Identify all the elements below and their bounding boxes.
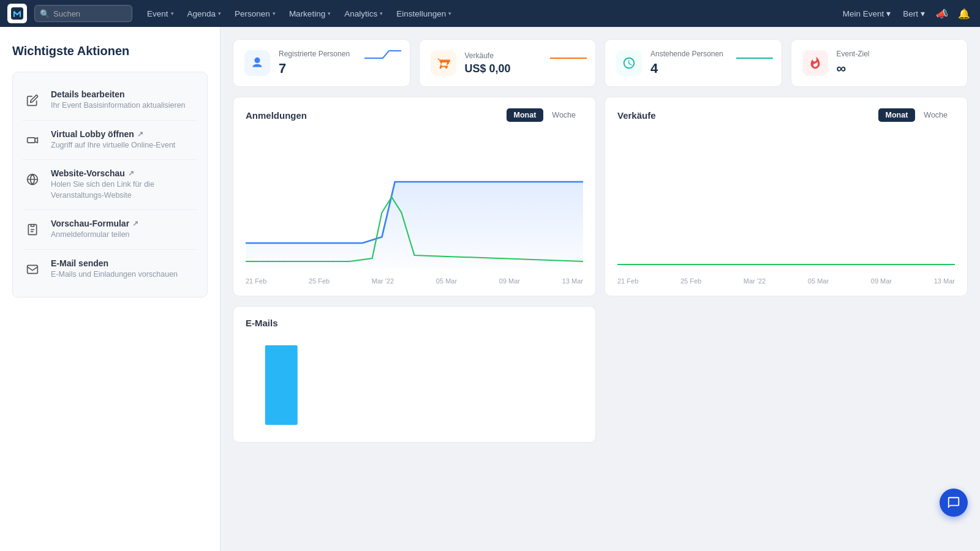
chart-emails: E-Mails [233, 306, 596, 443]
sidebar-item-email-desc: E-Mails und Einladungen vorschauen [51, 269, 197, 280]
nav-event-selector[interactable]: Mein Event ▾ [839, 6, 895, 21]
top-navigation: 🔍 Event ▾ Agenda ▾ Personen ▾ Marketing … [0, 0, 980, 27]
nav-item-einstellungen[interactable]: Einstellungen ▾ [390, 7, 458, 21]
bell-icon[interactable]: 🔔 [956, 5, 973, 22]
chevron-down-icon: ▾ [328, 10, 331, 17]
nav-user-selector[interactable]: Bert ▾ [899, 6, 929, 21]
svg-rect-0 [11, 7, 23, 20]
nav-item-marketing[interactable]: Marketing ▾ [283, 7, 337, 21]
sidebar-title: Wichtigste Aktionen [12, 44, 208, 58]
nav-item-analytics[interactable]: Analytics ▾ [338, 7, 389, 21]
stat-card-registrierte: Registrierte Personen 7 [233, 39, 410, 87]
person-icon [244, 50, 270, 76]
chart-placeholder-right [605, 306, 968, 443]
envelope-icon [23, 260, 42, 279]
external-link-icon: ↗ [128, 169, 134, 178]
chevron-down-icon: ▾ [171, 10, 174, 17]
stat-value-registrierte: 7 [279, 61, 399, 77]
nav-right: Mein Event ▾ Bert ▾ 📣 🔔 [839, 5, 973, 22]
nav-item-event[interactable]: Event ▾ [141, 7, 180, 21]
app-logo[interactable] [7, 4, 27, 23]
sidebar-item-website[interactable]: Website-Vorschau ↗ Holen Sie sich den Li… [23, 160, 197, 210]
chart-anmeldungen-area [246, 127, 583, 274]
sidebar-item-form-title: Vorschau-Formular ↗ [51, 219, 197, 228]
sidebar-item-website-desc: Holen Sie sich den Link für die Veransta… [51, 179, 197, 201]
tab-woche-anmeldungen[interactable]: Woche [545, 108, 583, 122]
tab-woche-verkaeufe[interactable]: Woche [916, 108, 955, 122]
tab-monat-verkaeufe[interactable]: Monat [878, 108, 916, 122]
trend-line-verkaeufe [550, 47, 587, 61]
chart-anmeldungen: Anmeldungen Monat Woche [233, 97, 596, 296]
globe-icon [23, 170, 42, 189]
stat-label-ziel: Event-Ziel [837, 50, 957, 58]
svg-rect-7 [265, 345, 298, 425]
sidebar-item-website-title: Website-Vorschau ↗ [51, 168, 197, 178]
trend-line-anstehende [736, 47, 773, 61]
nav-menu: Event ▾ Agenda ▾ Personen ▾ Marketing ▾ … [141, 7, 837, 21]
chart-row-2: E-Mails [233, 306, 968, 443]
sidebar-item-form-desc: Anmeldeformular teilen [51, 230, 197, 241]
cart-icon [431, 50, 456, 76]
chevron-down-icon: ▾ [273, 10, 276, 17]
chevron-down-icon: ▾ [218, 10, 221, 17]
stat-card-ziel: Event-Ziel ∞ [791, 39, 968, 87]
sidebar-item-lobby-desc: Zugriff auf Ihre virtuelle Online-Event [51, 140, 197, 151]
external-link-icon: ↗ [132, 219, 138, 228]
search-icon: 🔍 [40, 9, 50, 18]
chart-emails-area [246, 333, 583, 431]
fire-icon [802, 50, 828, 76]
stat-card-anstehende: Anstehende Personen 4 [605, 39, 782, 87]
sidebar-item-email-title: E-Mail senden [51, 258, 197, 268]
pencil-icon [23, 91, 42, 110]
chevron-down-icon: ▾ [448, 10, 451, 17]
main-content: Registrierte Personen 7 Verkäufe US$ 0,0… [221, 27, 980, 551]
svg-rect-3 [31, 225, 34, 227]
sidebar-item-details[interactable]: Details bearbeiten Ihr Event Basisinform… [23, 81, 197, 121]
sidebar-actions-card: Details bearbeiten Ihr Event Basisinform… [12, 72, 208, 298]
chart-verkaeufe-tabs: Monat Woche [878, 108, 956, 122]
search-input[interactable] [53, 9, 127, 18]
chart-row-1: Anmeldungen Monat Woche [233, 97, 968, 296]
search-box[interactable]: 🔍 [34, 5, 132, 22]
chart-verkaeufe-xlabels: 21 Feb 25 Feb Mar '22 05 Mar 09 Mar 13 M… [617, 274, 955, 285]
sidebar-item-virtual-lobby[interactable]: Virtual Lobby öffnen ↗ Zugriff auf Ihre … [23, 121, 197, 160]
trend-line-registrierte [364, 47, 401, 61]
sidebar-item-lobby-title: Virtual Lobby öffnen ↗ [51, 129, 197, 139]
clipboard-icon [23, 220, 42, 239]
chart-verkaeufe-area [617, 127, 955, 274]
stat-value-verkaeufe: US$ 0,00 [465, 62, 585, 75]
chevron-down-icon: ▾ [380, 10, 383, 17]
video-icon [23, 130, 42, 150]
chart-emails-title: E-Mails [246, 318, 278, 328]
chevron-down-icon: ▾ [886, 9, 891, 18]
chevron-down-icon: ▾ [921, 9, 925, 18]
nav-item-personen[interactable]: Personen ▾ [228, 7, 282, 21]
stat-value-ziel: ∞ [837, 61, 957, 77]
chart-anmeldungen-xlabels: 21 Feb 25 Feb Mar '22 05 Mar 09 Mar 13 M… [246, 274, 583, 285]
chat-button[interactable] [940, 489, 968, 517]
megaphone-icon[interactable]: 📣 [933, 5, 951, 22]
sidebar-item-details-title: Details bearbeiten [51, 89, 197, 99]
stat-cards-row: Registrierte Personen 7 Verkäufe US$ 0,0… [233, 39, 968, 87]
external-link-icon: ↗ [137, 130, 143, 138]
chart-verkaeufe-title: Verkäufe [617, 110, 656, 121]
svg-rect-6 [28, 265, 38, 273]
sidebar-item-email[interactable]: E-Mail senden E-Mails und Einladungen vo… [23, 250, 197, 289]
chart-anmeldungen-tabs: Monat Woche [507, 108, 584, 122]
sidebar-item-form[interactable]: Vorschau-Formular ↗ Anmeldeformular teil… [23, 210, 197, 250]
clock-icon [616, 50, 642, 76]
nav-item-agenda[interactable]: Agenda ▾ [181, 7, 228, 21]
chart-anmeldungen-title: Anmeldungen [246, 110, 307, 121]
chart-verkaeufe: Verkäufe Monat Woche 21 Feb 25 Feb Mar ' [605, 97, 968, 296]
stat-value-anstehende: 4 [650, 61, 771, 77]
svg-rect-1 [28, 137, 36, 142]
page-layout: Wichtigste Aktionen Details bearbeiten I… [0, 27, 980, 551]
sidebar-item-details-desc: Ihr Event Basisinformation aktualisieren [51, 100, 197, 111]
tab-monat-anmeldungen[interactable]: Monat [507, 108, 544, 122]
sidebar: Wichtigste Aktionen Details bearbeiten I… [0, 27, 221, 551]
stat-card-verkaeufe: Verkäufe US$ 0,00 [419, 39, 597, 87]
